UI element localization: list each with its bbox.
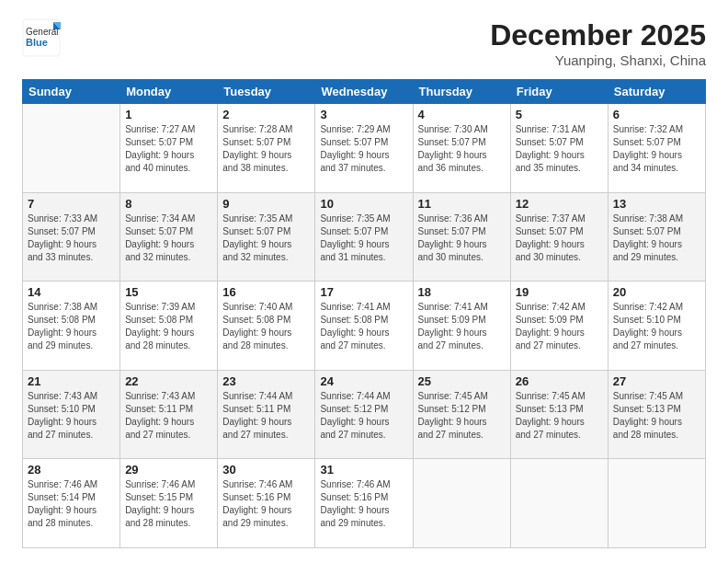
calendar-cell: 6Sunrise: 7:32 AM Sunset: 5:07 PM Daylig… xyxy=(608,104,705,193)
weekday-sunday: Sunday xyxy=(23,80,120,104)
weekday-wednesday: Wednesday xyxy=(315,80,413,104)
logo-svg: General Blue xyxy=(22,18,61,57)
day-number: 31 xyxy=(320,463,407,477)
day-info: Sunrise: 7:38 AM Sunset: 5:07 PM Dayligh… xyxy=(613,213,700,264)
week-row-5: 28Sunrise: 7:46 AM Sunset: 5:14 PM Dayli… xyxy=(23,459,706,548)
day-number: 1 xyxy=(125,108,212,121)
day-number: 15 xyxy=(125,285,212,299)
calendar-cell: 8Sunrise: 7:34 AM Sunset: 5:07 PM Daylig… xyxy=(120,192,218,282)
day-number: 19 xyxy=(516,285,603,299)
calendar-cell: 18Sunrise: 7:41 AM Sunset: 5:09 PM Dayli… xyxy=(413,282,510,371)
week-row-4: 21Sunrise: 7:43 AM Sunset: 5:10 PM Dayli… xyxy=(23,370,706,459)
calendar-cell xyxy=(608,459,705,548)
day-info: Sunrise: 7:34 AM Sunset: 5:07 PM Dayligh… xyxy=(125,213,212,264)
day-number: 29 xyxy=(125,463,212,477)
calendar-cell: 3Sunrise: 7:29 AM Sunset: 5:07 PM Daylig… xyxy=(315,104,413,193)
day-info: Sunrise: 7:42 AM Sunset: 5:09 PM Dayligh… xyxy=(516,301,603,352)
day-info: Sunrise: 7:33 AM Sunset: 5:07 PM Dayligh… xyxy=(28,213,115,264)
title-section: December 2025 Yuanping, Shanxi, China xyxy=(490,18,706,68)
day-info: Sunrise: 7:44 AM Sunset: 5:11 PM Dayligh… xyxy=(222,390,310,442)
day-info: Sunrise: 7:37 AM Sunset: 5:07 PM Dayligh… xyxy=(516,213,603,264)
calendar-cell: 7Sunrise: 7:33 AM Sunset: 5:07 PM Daylig… xyxy=(23,192,120,282)
day-info: Sunrise: 7:35 AM Sunset: 5:07 PM Dayligh… xyxy=(320,213,407,264)
day-info: Sunrise: 7:30 AM Sunset: 5:07 PM Dayligh… xyxy=(418,123,506,175)
calendar-cell: 26Sunrise: 7:45 AM Sunset: 5:13 PM Dayli… xyxy=(510,370,608,459)
day-info: Sunrise: 7:28 AM Sunset: 5:07 PM Dayligh… xyxy=(222,123,310,175)
day-info: Sunrise: 7:46 AM Sunset: 5:16 PM Dayligh… xyxy=(222,478,310,530)
calendar-cell: 4Sunrise: 7:30 AM Sunset: 5:07 PM Daylig… xyxy=(413,104,510,193)
calendar-cell: 20Sunrise: 7:42 AM Sunset: 5:10 PM Dayli… xyxy=(608,282,705,371)
calendar-cell: 22Sunrise: 7:43 AM Sunset: 5:11 PM Dayli… xyxy=(120,370,218,459)
weekday-tuesday: Tuesday xyxy=(218,80,315,104)
day-number: 27 xyxy=(613,374,700,388)
calendar-cell: 14Sunrise: 7:38 AM Sunset: 5:08 PM Dayli… xyxy=(23,282,120,371)
day-number: 7 xyxy=(28,197,115,211)
day-info: Sunrise: 7:40 AM Sunset: 5:08 PM Dayligh… xyxy=(222,301,310,352)
calendar-cell: 19Sunrise: 7:42 AM Sunset: 5:09 PM Dayli… xyxy=(510,282,608,371)
day-number: 11 xyxy=(418,197,506,211)
day-info: Sunrise: 7:45 AM Sunset: 5:13 PM Dayligh… xyxy=(613,390,700,442)
week-row-2: 7Sunrise: 7:33 AM Sunset: 5:07 PM Daylig… xyxy=(23,192,706,282)
day-info: Sunrise: 7:32 AM Sunset: 5:07 PM Dayligh… xyxy=(613,123,700,175)
calendar-cell: 29Sunrise: 7:46 AM Sunset: 5:15 PM Dayli… xyxy=(120,459,218,548)
day-number: 20 xyxy=(613,285,700,299)
day-info: Sunrise: 7:43 AM Sunset: 5:11 PM Dayligh… xyxy=(125,390,212,442)
calendar-cell: 1Sunrise: 7:27 AM Sunset: 5:07 PM Daylig… xyxy=(120,104,218,193)
calendar-cell: 16Sunrise: 7:40 AM Sunset: 5:08 PM Dayli… xyxy=(218,282,315,371)
calendar-cell: 28Sunrise: 7:46 AM Sunset: 5:14 PM Dayli… xyxy=(23,459,120,548)
day-number: 21 xyxy=(28,374,115,388)
calendar-cell: 9Sunrise: 7:35 AM Sunset: 5:07 PM Daylig… xyxy=(218,192,315,282)
day-number: 22 xyxy=(125,374,212,388)
day-info: Sunrise: 7:42 AM Sunset: 5:10 PM Dayligh… xyxy=(613,301,700,352)
day-number: 14 xyxy=(28,285,115,299)
day-number: 23 xyxy=(222,374,310,388)
day-number: 10 xyxy=(320,197,407,211)
day-number: 4 xyxy=(418,108,506,121)
calendar-page: General Blue December 2025 Yuanping, Sha… xyxy=(0,0,728,563)
day-number: 12 xyxy=(516,197,603,211)
calendar-cell: 10Sunrise: 7:35 AM Sunset: 5:07 PM Dayli… xyxy=(315,192,413,282)
svg-text:Blue: Blue xyxy=(26,37,48,48)
day-number: 9 xyxy=(222,197,310,211)
weekday-thursday: Thursday xyxy=(413,80,510,104)
day-info: Sunrise: 7:43 AM Sunset: 5:10 PM Dayligh… xyxy=(28,390,115,442)
calendar-cell: 12Sunrise: 7:37 AM Sunset: 5:07 PM Dayli… xyxy=(510,192,608,282)
calendar-cell: 23Sunrise: 7:44 AM Sunset: 5:11 PM Dayli… xyxy=(218,370,315,459)
day-number: 25 xyxy=(418,374,506,388)
calendar-cell: 25Sunrise: 7:45 AM Sunset: 5:12 PM Dayli… xyxy=(413,370,510,459)
month-title: December 2025 xyxy=(490,18,706,52)
day-number: 5 xyxy=(516,108,603,121)
calendar-cell: 2Sunrise: 7:28 AM Sunset: 5:07 PM Daylig… xyxy=(218,104,315,193)
day-info: Sunrise: 7:35 AM Sunset: 5:07 PM Dayligh… xyxy=(222,213,310,264)
day-info: Sunrise: 7:36 AM Sunset: 5:07 PM Dayligh… xyxy=(418,213,506,264)
day-number: 3 xyxy=(320,108,407,121)
logo: General Blue xyxy=(22,18,61,57)
weekday-saturday: Saturday xyxy=(608,80,705,104)
day-info: Sunrise: 7:41 AM Sunset: 5:08 PM Dayligh… xyxy=(320,301,407,352)
day-number: 30 xyxy=(222,463,310,477)
day-number: 16 xyxy=(222,285,310,299)
calendar-cell: 27Sunrise: 7:45 AM Sunset: 5:13 PM Dayli… xyxy=(608,370,705,459)
weekday-friday: Friday xyxy=(510,80,608,104)
calendar-table: SundayMondayTuesdayWednesdayThursdayFrid… xyxy=(22,79,706,548)
day-number: 17 xyxy=(320,285,407,299)
day-number: 28 xyxy=(28,463,115,477)
day-number: 26 xyxy=(516,374,603,388)
location-subtitle: Yuanping, Shanxi, China xyxy=(490,52,706,68)
day-info: Sunrise: 7:46 AM Sunset: 5:16 PM Dayligh… xyxy=(320,478,407,530)
day-info: Sunrise: 7:46 AM Sunset: 5:14 PM Dayligh… xyxy=(28,478,115,530)
day-info: Sunrise: 7:46 AM Sunset: 5:15 PM Dayligh… xyxy=(125,478,212,530)
day-info: Sunrise: 7:39 AM Sunset: 5:08 PM Dayligh… xyxy=(125,301,212,352)
day-info: Sunrise: 7:41 AM Sunset: 5:09 PM Dayligh… xyxy=(418,301,506,352)
day-info: Sunrise: 7:45 AM Sunset: 5:12 PM Dayligh… xyxy=(418,390,506,442)
calendar-cell xyxy=(23,104,120,193)
calendar-cell xyxy=(510,459,608,548)
calendar-cell: 11Sunrise: 7:36 AM Sunset: 5:07 PM Dayli… xyxy=(413,192,510,282)
calendar-cell: 30Sunrise: 7:46 AM Sunset: 5:16 PM Dayli… xyxy=(218,459,315,548)
header: General Blue December 2025 Yuanping, Sha… xyxy=(22,18,706,68)
day-info: Sunrise: 7:29 AM Sunset: 5:07 PM Dayligh… xyxy=(320,123,407,175)
week-row-1: 1Sunrise: 7:27 AM Sunset: 5:07 PM Daylig… xyxy=(23,104,706,193)
day-number: 13 xyxy=(613,197,700,211)
calendar-cell: 17Sunrise: 7:41 AM Sunset: 5:08 PM Dayli… xyxy=(315,282,413,371)
day-info: Sunrise: 7:27 AM Sunset: 5:07 PM Dayligh… xyxy=(125,123,212,175)
